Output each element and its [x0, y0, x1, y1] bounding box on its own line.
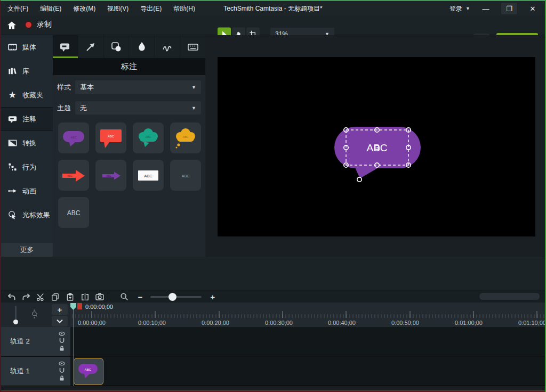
zoom-out-button[interactable]: − [135, 292, 145, 301]
paste-button[interactable] [65, 292, 75, 301]
animations-icon [7, 186, 18, 197]
camera-icon [95, 292, 105, 301]
login-button[interactable]: 登录 ▼ [449, 4, 470, 13]
sidebar-item-label: 库 [22, 67, 29, 76]
menu-view[interactable]: 视图(V) [107, 4, 129, 13]
track-zoom-icon [31, 309, 38, 319]
tab-sketch[interactable] [155, 35, 180, 58]
restore-button[interactable]: ❐ [501, 3, 517, 14]
track-1-lane[interactable]: ABC [70, 357, 545, 386]
sidebar-more-button[interactable]: 更多 [1, 243, 53, 257]
squiggle-icon [161, 40, 174, 53]
zoom-in-button[interactable]: + [208, 292, 218, 301]
eye-icon[interactable] [59, 361, 65, 366]
media-film-icon [7, 42, 18, 53]
timeline-horizontal-scrollbar[interactable] [479, 293, 540, 300]
minimize-button[interactable]: — [478, 3, 494, 14]
sidebar-item-label: 注释 [22, 115, 36, 124]
svg-text:ABC: ABC [182, 174, 189, 178]
track-1-header[interactable]: 轨道 1 [1, 357, 53, 386]
menu-edit[interactable]: 编辑(E) [40, 4, 61, 13]
split-button[interactable] [80, 292, 90, 301]
video-canvas[interactable]: ABC [218, 57, 535, 236]
sidebar-item-annotations[interactable]: 注释 [1, 107, 53, 131]
menu-help[interactable]: 帮助(H) [173, 4, 195, 13]
record-button[interactable]: 录制 [25, 20, 52, 29]
plus-icon: + [211, 292, 215, 301]
sidebar-item-cursor-effects[interactable]: 光标效果 [1, 203, 53, 227]
magnet-icon[interactable] [59, 368, 65, 373]
callout-text[interactable]: ABC [366, 142, 387, 153]
sidebar-item-transitions[interactable]: 转换 [1, 131, 53, 155]
callout-thumb-thought-cloud[interactable]: ABC [170, 123, 201, 153]
sidebar-item-favorites[interactable]: ★ 收藏夹 [1, 83, 53, 107]
lock-icon[interactable] [59, 345, 65, 352]
redo-button[interactable] [21, 292, 31, 301]
timeline: + 0:00:00;00 0:00:10;00 0:00:20;00 0:00:… [1, 303, 545, 392]
ruler-label: 0:01:00;00 [455, 320, 483, 326]
track-2-controls [53, 327, 70, 356]
paste-icon [66, 292, 75, 301]
callout-thumb-white-rect[interactable]: ABC [133, 160, 164, 191]
redo-icon [22, 292, 31, 301]
tab-callouts[interactable] [53, 35, 78, 58]
ruler-label: 0:00:20;00 [202, 320, 229, 326]
track-height-slider-handle[interactable] [13, 320, 18, 324]
menu-modify[interactable]: 修改(M) [73, 4, 95, 13]
svg-text:ABC: ABC [106, 175, 111, 177]
callout-thumb-arrow-red[interactable]: ABC [58, 160, 89, 191]
close-button[interactable]: ✕ [525, 3, 541, 14]
tab-blur[interactable] [129, 35, 155, 58]
track-2-header[interactable]: 轨道 2 [1, 327, 53, 356]
timeline-zoom-slider-handle[interactable] [168, 293, 176, 301]
timeline-zoom-button[interactable] [119, 292, 129, 301]
eye-icon[interactable] [59, 331, 65, 336]
menu-export[interactable]: 导出(E) [140, 4, 162, 13]
timeline-ruler[interactable]: 0:00:00;00 0:00:10;00 0:00:20;00 0:00:30… [70, 303, 545, 327]
callout-thumb-text-large[interactable]: ABC [58, 197, 89, 228]
tab-arrows[interactable] [78, 35, 104, 58]
cut-button[interactable] [35, 292, 45, 301]
ruler-label: 0:00:30;00 [265, 320, 293, 326]
lock-icon[interactable] [59, 375, 65, 381]
selected-callout[interactable]: ABC [218, 57, 535, 236]
annotation-tabs [53, 35, 205, 58]
playback-bar: 00:00 / 00:05 30 fps 属性 [1, 257, 545, 290]
sidebar-item-animations[interactable]: 动画 [1, 179, 53, 203]
copy-button[interactable] [50, 292, 60, 301]
theme-dropdown[interactable]: 无 ▼ [75, 101, 201, 115]
callout-thumb-text[interactable]: ABC [170, 160, 201, 191]
callout-bubble-icon [59, 40, 71, 53]
track-2-lane[interactable] [70, 327, 545, 356]
tab-keystrokes[interactable] [180, 35, 205, 58]
callout-clip[interactable]: ABC [74, 358, 103, 385]
callout-thumb-arrow-purple[interactable]: ABC [95, 160, 126, 191]
callout-thumb-cloud[interactable]: ABC [133, 123, 164, 153]
snapshot-button[interactable] [95, 292, 105, 301]
svg-text:ABC: ABC [146, 135, 151, 138]
clip-label: ABC [85, 368, 92, 371]
home-button[interactable] [6, 20, 17, 31]
collapse-tracks-button[interactable] [52, 316, 68, 326]
ruler-label: 0:00:40;00 [328, 320, 356, 326]
playhead-out-marker[interactable] [77, 303, 82, 309]
undo-button[interactable] [6, 292, 16, 301]
callout-thumb-speech-bubble[interactable]: ABC [58, 123, 89, 153]
camtasia-window: 文件(F) 编辑(E) 修改(M) 视图(V) 导出(E) 帮助(H) Tech… [0, 0, 546, 392]
menu-file[interactable]: 文件(F) [7, 4, 28, 13]
callout-thumb-rect-bubble[interactable]: ABC [95, 123, 126, 153]
title-bar: 文件(F) 编辑(E) 修改(M) 视图(V) 导出(E) 帮助(H) Tech… [1, 1, 545, 16]
playhead-line[interactable] [74, 310, 74, 386]
add-track-button[interactable]: + [52, 304, 68, 315]
tail-handle[interactable] [357, 177, 362, 182]
sidebar-item-behaviors[interactable]: 行为 [1, 155, 53, 179]
magnet-icon[interactable] [59, 338, 65, 344]
sidebar-item-library[interactable]: 库 [1, 59, 53, 83]
style-label: 样式 [57, 83, 75, 92]
theme-value: 无 [80, 103, 87, 113]
sidebar-item-label: 光标效果 [22, 210, 50, 220]
svg-text:ABC: ABC [144, 174, 152, 178]
tab-shapes[interactable] [104, 35, 130, 58]
style-dropdown[interactable]: 基本 ▼ [75, 80, 201, 94]
sidebar-item-media[interactable]: 媒体 [1, 35, 53, 59]
